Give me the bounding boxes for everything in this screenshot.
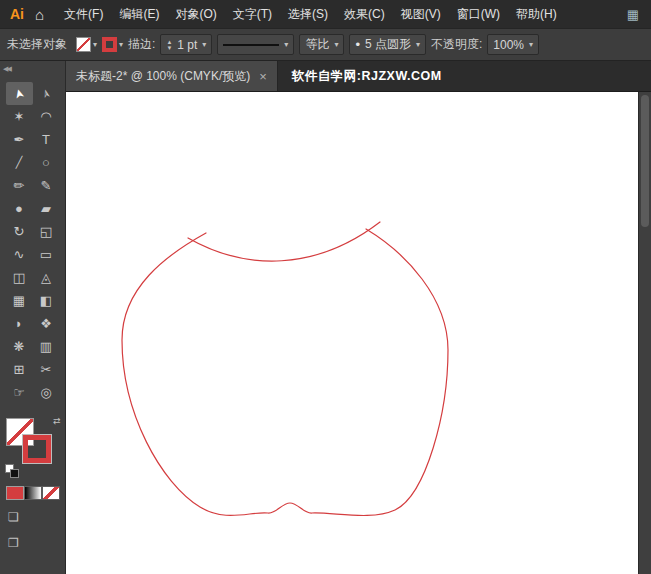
gradient-tool[interactable]: ◧ [33, 289, 60, 312]
line-segment-tool[interactable]: ╱ [6, 151, 33, 174]
tool-grid: ➤➢✶◠✒T╱○✏✎●▰↻◱∿▭◫◬▦◧◗❖❋▥⊞✂☞◎ [6, 82, 60, 404]
hand-tool[interactable]: ☞ [6, 381, 33, 404]
menu-help[interactable]: 帮助(H) [508, 0, 565, 28]
artwork-layer [66, 92, 638, 574]
gradient-button[interactable] [24, 486, 42, 500]
eyedropper-tool[interactable]: ◗ [6, 312, 33, 335]
type-tool[interactable]: T [33, 128, 60, 151]
stroke-weight-label: 描边: [128, 36, 155, 53]
chevron-down-icon: ▾ [93, 40, 97, 49]
panel-collapse-icon[interactable]: ◀◀ [0, 61, 10, 73]
stroke-weight-field[interactable]: ▲ ▼ 1 pt ▾ [160, 34, 212, 55]
pencil-tool[interactable]: ✎ [33, 174, 60, 197]
document-tab[interactable]: 未标题-2* @ 100% (CMYK/预览) × [66, 61, 278, 91]
chevron-down-icon: ▾ [119, 40, 123, 49]
brush-dropdown[interactable]: • 5 点圆形 ▾ [349, 34, 426, 55]
profile-name: 等比 [305, 36, 329, 53]
ellipse-tool[interactable]: ○ [33, 151, 60, 174]
scrollbar-thumb[interactable] [641, 95, 649, 227]
perspective-grid-tool[interactable]: ◬ [33, 266, 60, 289]
slice-tool[interactable]: ✂ [33, 358, 60, 381]
artboard-tool[interactable]: ⊞ [6, 358, 33, 381]
menu-view[interactable]: 视图(V) [393, 0, 449, 28]
lasso-tool[interactable]: ◠ [33, 105, 60, 128]
default-fill-stroke-icon[interactable] [5, 464, 19, 478]
chevron-down-icon: ▾ [416, 40, 420, 49]
zoom-tool[interactable]: ◎ [33, 381, 60, 404]
symbol-sprayer-tool[interactable]: ❋ [6, 335, 33, 358]
stroke-weight-value: 1 pt [177, 38, 197, 52]
color-button[interactable] [6, 486, 24, 500]
menu-window[interactable]: 窗口(W) [449, 0, 508, 28]
chevron-down-icon: ▾ [334, 40, 338, 49]
menu-items: 文件(F)编辑(E)对象(O)文字(T)选择(S)效果(C)视图(V)窗口(W)… [56, 0, 565, 28]
mesh-tool[interactable]: ▦ [6, 289, 33, 312]
selection-status: 未选择对象 [7, 36, 67, 53]
default-stroke-square [10, 469, 19, 478]
shape-builder-tool[interactable]: ◫ [6, 266, 33, 289]
menu-effect[interactable]: 效果(C) [336, 0, 393, 28]
chevron-down-icon: ▾ [529, 40, 533, 49]
paintbrush-tool[interactable]: ✏ [6, 174, 33, 197]
none-button[interactable] [42, 486, 60, 500]
menu-select[interactable]: 选择(S) [280, 0, 336, 28]
opacity-value: 100% [493, 38, 524, 52]
stroke-weight-stepper[interactable]: ▲ ▼ [166, 39, 172, 51]
menu-file[interactable]: 文件(F) [56, 0, 111, 28]
chevron-down-icon: ▾ [284, 40, 288, 49]
stroke-swatch[interactable] [23, 435, 51, 463]
apple-top-curve-path[interactable] [188, 222, 380, 261]
uniform-profile-dropdown[interactable]: 等比 ▾ [299, 34, 344, 55]
menu-bar: Ai ⌂ 文件(F)编辑(E)对象(O)文字(T)选择(S)效果(C)视图(V)… [0, 0, 651, 28]
width-tool[interactable]: ∿ [6, 243, 33, 266]
fill-stroke-indicator: ⇄ [4, 416, 62, 478]
menu-type[interactable]: 文字(T) [225, 0, 280, 28]
menu-edit[interactable]: 编辑(E) [111, 0, 167, 28]
illustrator-window: Ai ⌂ 文件(F)编辑(E)对象(O)文字(T)选择(S)效果(C)视图(V)… [0, 0, 651, 574]
rotate-tool[interactable]: ↻ [6, 220, 33, 243]
column-graph-tool[interactable]: ▥ [33, 335, 60, 358]
app-logo: Ai [0, 6, 33, 22]
stroke-profile-line-icon [223, 44, 279, 46]
brush-name: 5 点圆形 [365, 36, 411, 53]
screen-mode-button[interactable]: ❐ [8, 536, 19, 550]
stroke-color-control[interactable]: ▾ [102, 37, 123, 52]
magic-wand-tool[interactable]: ✶ [6, 105, 33, 128]
direct-selection-tool[interactable]: ➢ [33, 82, 60, 105]
chevron-down-icon: ▾ [202, 40, 206, 49]
control-bar: 未选择对象 ▾ ▾ 描边: ▲ ▼ 1 pt ▾ ▾ 等比 ▾ • [0, 28, 651, 61]
stepper-down-icon[interactable]: ▼ [166, 45, 172, 51]
apple-body-path[interactable] [122, 229, 448, 516]
fill-color-control[interactable]: ▾ [76, 37, 97, 52]
free-transform-tool[interactable]: ▭ [33, 243, 60, 266]
document-canvas[interactable] [66, 92, 638, 574]
document-tab-label: 未标题-2* @ 100% (CMYK/预览) [76, 68, 250, 85]
stroke-red-swatch [102, 37, 117, 52]
watermark-text: 软件自学网:RJZXW.COM [278, 61, 442, 91]
close-icon[interactable]: × [259, 69, 267, 84]
blob-brush-tool[interactable]: ● [6, 197, 33, 220]
mode-buttons: ❏ ❐ [0, 510, 19, 550]
opacity-field[interactable]: 100% ▾ [487, 34, 539, 55]
home-icon[interactable]: ⌂ [33, 6, 56, 23]
eraser-tool[interactable]: ▰ [33, 197, 60, 220]
workspace-switcher-icon[interactable]: ▦ [627, 7, 639, 22]
drawing-mode-button[interactable]: ❏ [8, 510, 19, 524]
swap-fill-stroke-icon[interactable]: ⇄ [53, 416, 61, 426]
opacity-label: 不透明度: [431, 36, 482, 53]
document-tab-bar: 未标题-2* @ 100% (CMYK/预览) × 软件自学网:RJZXW.CO… [66, 61, 651, 92]
fill-none-swatch [76, 37, 91, 52]
width-profile-dropdown[interactable]: ▾ [217, 34, 294, 55]
tools-panel: ◀◀ ➤➢✶◠✒T╱○✏✎●▰↻◱∿▭◫◬▦◧◗❖❋▥⊞✂☞◎ ⇄ ❏ [0, 61, 66, 574]
selection-tool[interactable]: ➤ [6, 82, 33, 105]
menu-object[interactable]: 对象(O) [167, 0, 224, 28]
color-type-buttons [6, 486, 60, 500]
pen-tool[interactable]: ✒ [6, 128, 33, 151]
blend-tool[interactable]: ❖ [33, 312, 60, 335]
vertical-scrollbar[interactable] [638, 92, 651, 574]
brush-dot-icon: • [355, 37, 360, 52]
scale-tool[interactable]: ◱ [33, 220, 60, 243]
